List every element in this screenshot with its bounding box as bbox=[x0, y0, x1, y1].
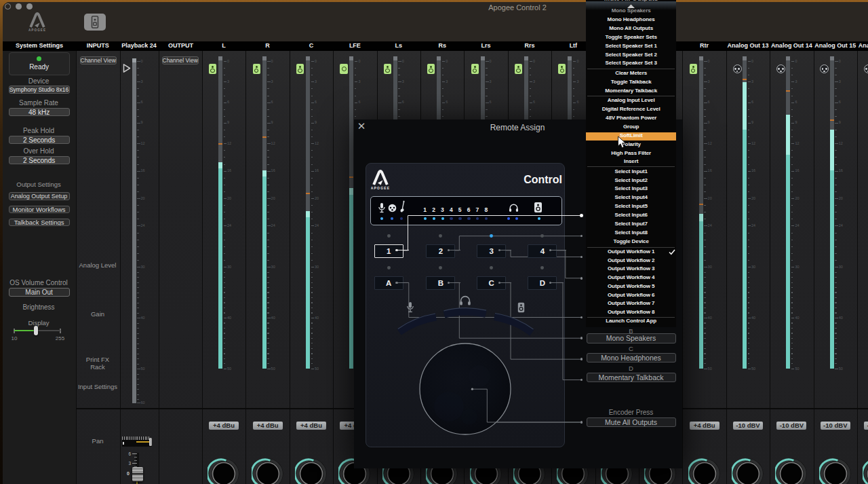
svg-text:APOGEE: APOGEE bbox=[28, 29, 46, 32]
